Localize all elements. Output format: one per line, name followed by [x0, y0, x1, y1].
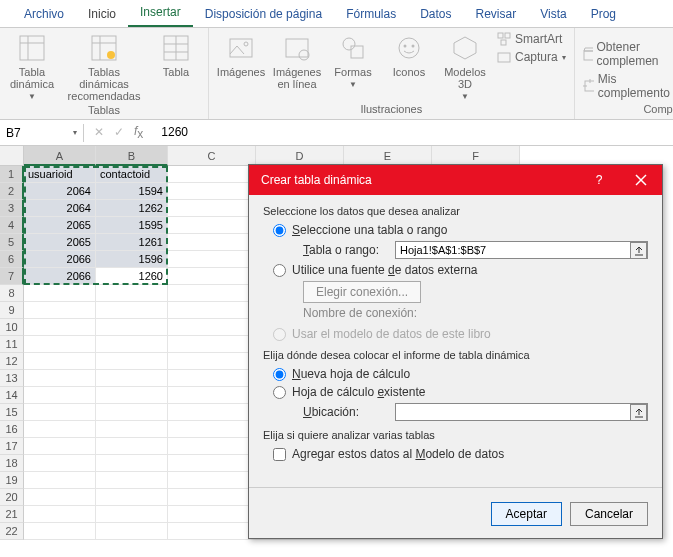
cell[interactable]: 2066 — [24, 268, 96, 285]
cell[interactable] — [168, 200, 256, 217]
cell[interactable] — [24, 302, 96, 319]
cell[interactable] — [96, 404, 168, 421]
cell[interactable] — [168, 302, 256, 319]
pivot-table-button[interactable]: Tabla dinámica ▼ — [8, 32, 56, 101]
cell[interactable]: 2065 — [24, 217, 96, 234]
tab-insert[interactable]: Insertar — [128, 0, 193, 27]
checkbox-add-to-model[interactable] — [273, 448, 286, 461]
row-header[interactable]: 13 — [0, 370, 24, 387]
range-input[interactable] — [395, 241, 648, 259]
cancel-button[interactable]: Cancelar — [570, 502, 648, 526]
online-images-button[interactable]: Imágenes en línea — [273, 32, 321, 90]
row-header[interactable]: 17 — [0, 438, 24, 455]
row-header[interactable]: 6 — [0, 251, 24, 268]
cell[interactable] — [168, 506, 256, 523]
cell[interactable] — [168, 319, 256, 336]
cell[interactable] — [96, 387, 168, 404]
cell[interactable] — [96, 336, 168, 353]
column-header[interactable]: A — [24, 146, 96, 166]
tab-review[interactable]: Revisar — [464, 1, 529, 27]
cell[interactable] — [24, 387, 96, 404]
cell[interactable]: 2066 — [24, 251, 96, 268]
cell[interactable] — [24, 438, 96, 455]
cell[interactable] — [24, 353, 96, 370]
cell[interactable] — [96, 302, 168, 319]
tab-prog[interactable]: Prog — [579, 1, 628, 27]
column-header[interactable]: B — [96, 146, 168, 166]
cell[interactable] — [168, 183, 256, 200]
tab-formulas[interactable]: Fórmulas — [334, 1, 408, 27]
table-button[interactable]: Tabla — [152, 32, 200, 78]
column-header[interactable]: F — [432, 146, 520, 166]
cell[interactable] — [168, 285, 256, 302]
radio-existing-sheet[interactable] — [273, 386, 286, 399]
smartart-button[interactable]: SmartArt — [497, 32, 566, 46]
my-addins-button[interactable]: Mis complemento — [583, 72, 673, 100]
cell[interactable]: 1261 — [96, 234, 168, 251]
cell[interactable] — [168, 336, 256, 353]
cell[interactable] — [96, 438, 168, 455]
cell[interactable]: usuarioid — [24, 166, 96, 183]
row-header[interactable]: 16 — [0, 421, 24, 438]
row-header[interactable]: 9 — [0, 302, 24, 319]
cell[interactable] — [96, 472, 168, 489]
row-header[interactable]: 22 — [0, 523, 24, 540]
row-header[interactable]: 19 — [0, 472, 24, 489]
cell[interactable] — [96, 489, 168, 506]
cell[interactable] — [96, 421, 168, 438]
cell[interactable] — [168, 523, 256, 540]
column-header[interactable]: C — [168, 146, 256, 166]
fx-icon[interactable]: fx — [134, 124, 143, 141]
cell[interactable] — [96, 319, 168, 336]
column-header[interactable]: D — [256, 146, 344, 166]
tab-home[interactable]: Inicio — [76, 1, 128, 27]
cell[interactable] — [168, 166, 256, 183]
cell[interactable] — [168, 251, 256, 268]
cell[interactable] — [96, 285, 168, 302]
cell[interactable] — [168, 353, 256, 370]
cell[interactable] — [24, 523, 96, 540]
recommended-pivot-button[interactable]: Tablas dinámicas recomendadas — [64, 32, 144, 102]
range-picker-button[interactable] — [630, 242, 647, 259]
icons-button[interactable]: Iconos — [385, 32, 433, 78]
location-input[interactable] — [395, 403, 648, 421]
cell[interactable] — [168, 234, 256, 251]
cell[interactable]: 1262 — [96, 200, 168, 217]
cell[interactable] — [168, 472, 256, 489]
row-header[interactable]: 2 — [0, 183, 24, 200]
cell[interactable] — [168, 268, 256, 285]
cell[interactable] — [96, 353, 168, 370]
cell[interactable] — [96, 506, 168, 523]
cell[interactable] — [168, 438, 256, 455]
radio-new-sheet[interactable] — [273, 368, 286, 381]
cell[interactable] — [24, 421, 96, 438]
row-header[interactable]: 1 — [0, 166, 24, 183]
cell[interactable] — [168, 370, 256, 387]
cell[interactable] — [24, 404, 96, 421]
tab-data[interactable]: Datos — [408, 1, 463, 27]
cell[interactable]: 2064 — [24, 183, 96, 200]
cell[interactable] — [24, 336, 96, 353]
location-picker-button[interactable] — [630, 404, 647, 421]
row-header[interactable]: 21 — [0, 506, 24, 523]
cell[interactable] — [96, 523, 168, 540]
cell[interactable]: 2064 — [24, 200, 96, 217]
cell[interactable] — [24, 319, 96, 336]
radio-external[interactable] — [273, 264, 286, 277]
cell[interactable] — [96, 455, 168, 472]
row-header[interactable]: 15 — [0, 404, 24, 421]
cancel-icon[interactable]: ✕ — [94, 125, 104, 139]
row-header[interactable]: 11 — [0, 336, 24, 353]
row-header[interactable]: 18 — [0, 455, 24, 472]
row-header[interactable]: 7 — [0, 268, 24, 285]
enter-icon[interactable]: ✓ — [114, 125, 124, 139]
cell[interactable] — [24, 370, 96, 387]
row-header[interactable]: 3 — [0, 200, 24, 217]
cell[interactable] — [168, 217, 256, 234]
cell[interactable] — [24, 472, 96, 489]
column-header[interactable]: E — [344, 146, 432, 166]
help-button[interactable]: ? — [578, 165, 620, 195]
select-all-corner[interactable] — [0, 146, 24, 166]
get-addins-button[interactable]: Obtener complemen — [583, 40, 673, 68]
cell[interactable]: 1596 — [96, 251, 168, 268]
